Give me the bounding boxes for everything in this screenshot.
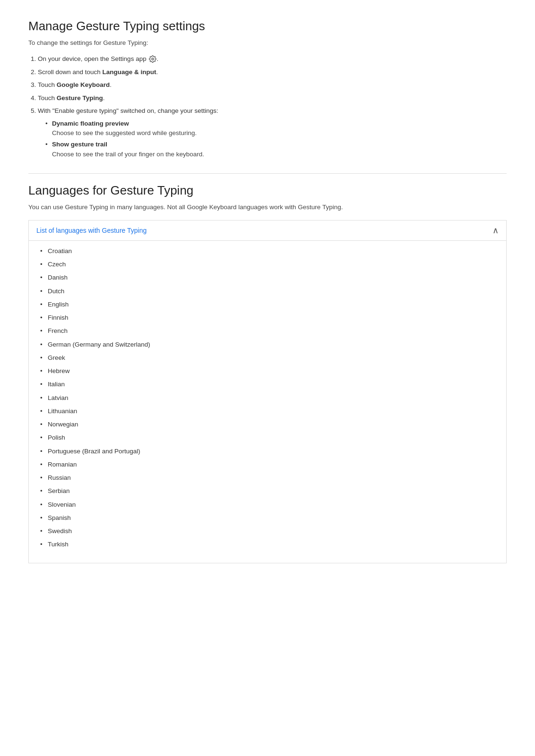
collapsible-body: Croatian Czech Danish Dutch English Finn… (28, 241, 507, 563)
collapsible-header[interactable]: List of languages with Gesture Typing ∧ (28, 220, 507, 241)
list-item: Hebrew (40, 366, 495, 376)
steps-list: On your device, open the Settings app . … (38, 54, 507, 159)
list-item: Dutch (40, 287, 495, 296)
list-item: German (Germany and Switzerland) (40, 340, 495, 349)
bullet-desc-2: Choose to see the trail of your finger o… (52, 150, 507, 159)
dynamic-floating-preview: Dynamic floating preview Choose to see t… (45, 119, 507, 138)
list-item: Latvian (40, 393, 495, 403)
list-item: French (40, 326, 495, 336)
manage-title: Manage Gesture Typing settings (28, 19, 507, 34)
step-4: Touch Gesture Typing. (38, 93, 507, 103)
step-1: On your device, open the Settings app . (38, 54, 507, 64)
step-2: Scroll down and touch Language & input. (38, 67, 507, 77)
languages-subtitle: You can use Gesture Typing in many langu… (28, 204, 507, 211)
list-item: Lithuanian (40, 407, 495, 416)
list-item: Greek (40, 353, 495, 363)
list-item: Croatian (40, 246, 495, 256)
list-item: Spanish (40, 513, 495, 523)
list-item: Slovenian (40, 500, 495, 510)
language-list: Croatian Czech Danish Dutch English Finn… (40, 246, 495, 550)
list-item: Czech (40, 260, 495, 269)
list-item: Polish (40, 433, 495, 442)
section-divider (28, 173, 507, 174)
list-item: Serbian (40, 486, 495, 496)
list-item: English (40, 300, 495, 309)
list-item: Swedish (40, 527, 495, 536)
list-item: Italian (40, 380, 495, 389)
collapsible-header-title: List of languages with Gesture Typing (36, 227, 147, 234)
list-item: Turkish (40, 540, 495, 549)
sub-settings-list: Dynamic floating preview Choose to see t… (45, 119, 507, 159)
bullet-title-2: Show gesture trail (52, 141, 107, 148)
settings-icon (149, 55, 156, 63)
list-item: Portuguese (Brazil and Portugal) (40, 447, 495, 456)
list-item: Danish (40, 273, 495, 282)
svg-point-0 (152, 58, 154, 60)
list-item: Russian (40, 473, 495, 483)
manage-section: Manage Gesture Typing settings To change… (28, 19, 507, 159)
list-item: Finnish (40, 313, 495, 323)
languages-title: Languages for Gesture Typing (28, 183, 507, 198)
bullet-title-1: Dynamic floating preview (52, 120, 129, 127)
list-item: Romanian (40, 460, 495, 469)
languages-section: Languages for Gesture Typing You can use… (28, 183, 507, 563)
chevron-up-icon: ∧ (492, 226, 499, 235)
list-item: Norwegian (40, 420, 495, 429)
show-gesture-trail: Show gesture trail Choose to see the tra… (45, 140, 507, 159)
step-5: With "Enable gesture typing" switched on… (38, 106, 507, 159)
bullet-desc-1: Choose to see the suggested word while g… (52, 128, 507, 138)
manage-subtitle: To change the settings for Gesture Typin… (28, 39, 507, 46)
step-3: Touch Google Keyboard. (38, 80, 507, 90)
